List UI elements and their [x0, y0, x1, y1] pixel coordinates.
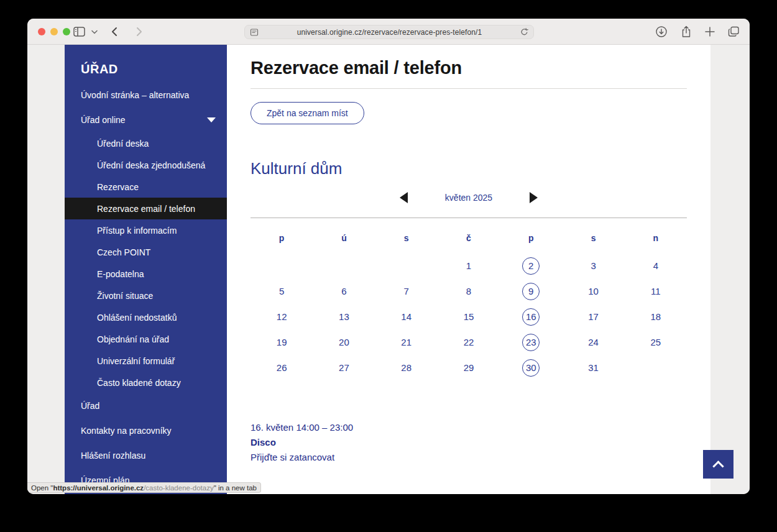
- calendar-table: púsčpsn123456789101112131415161718192021…: [251, 223, 687, 380]
- page-content: ÚŘAD Úvodní stránka – alternativaÚřad on…: [27, 45, 750, 494]
- calendar-day-cell[interactable]: 29: [438, 355, 500, 380]
- calendar-day-cell[interactable]: 20: [313, 329, 375, 355]
- event-details: 16. květen 14:00 – 23:00 Disco Přijďte s…: [251, 420, 687, 465]
- calendar-day-cell[interactable]: 31: [562, 355, 624, 380]
- calendar-day-cell[interactable]: 4: [625, 253, 687, 278]
- calendar-day-header: s: [562, 223, 624, 253]
- sidebar-item[interactable]: Často kladené dotazy: [65, 372, 227, 393]
- calendar-day-cell[interactable]: 1: [438, 253, 500, 278]
- calendar-day-cell[interactable]: 10: [562, 278, 624, 304]
- sidebar-item-label: Úřad: [81, 401, 99, 411]
- sidebar-item[interactable]: Úřední deska zjednodušená: [65, 154, 227, 176]
- calendar-day-circled[interactable]: 16: [522, 308, 540, 326]
- calendar-day-cell[interactable]: 30: [500, 355, 562, 380]
- url-bar[interactable]: universal.origine.cz/rezervace/rezervace…: [244, 25, 534, 39]
- tab-overview-icon[interactable]: [728, 26, 740, 37]
- sidebar-item-label: Často kladené dotazy: [97, 378, 181, 388]
- calendar-day-cell[interactable]: 27: [313, 355, 375, 380]
- close-button[interactable]: [38, 28, 45, 35]
- browser-toolbar: universal.origine.cz/rezervace/rezervace…: [27, 19, 750, 45]
- sidebar-item[interactable]: Hlášení rozhlasu: [65, 443, 227, 468]
- calendar-day-circled[interactable]: 30: [522, 359, 540, 377]
- calendar-day-cell[interactable]: 16: [500, 304, 562, 329]
- calendar-day-cell[interactable]: 17: [562, 304, 624, 329]
- sidebar: ÚŘAD Úvodní stránka – alternativaÚřad on…: [65, 45, 227, 494]
- calendar-day-cell[interactable]: 26: [251, 355, 313, 380]
- sidebar-item[interactable]: Rezervace: [65, 176, 227, 198]
- status-path: /casto-kladene-dotazy: [144, 484, 214, 492]
- sidebar-item[interactable]: Rezervace email / telefon: [65, 198, 227, 219]
- share-icon[interactable]: [681, 25, 692, 38]
- calendar-day-circled[interactable]: 9: [522, 283, 540, 300]
- calendar-day-cell[interactable]: 24: [562, 329, 624, 355]
- calendar-day-cell[interactable]: 6: [313, 278, 375, 304]
- sidebar-toggle-icon[interactable]: [73, 27, 85, 37]
- sidebar-item-label: Czech POINT: [97, 247, 150, 257]
- venue-heading: Kulturní dům: [251, 159, 687, 178]
- title-divider: [251, 88, 687, 89]
- previous-month-icon[interactable]: [400, 192, 408, 203]
- sidebar-item-label: Přístup k informacím: [97, 226, 177, 236]
- zoom-button[interactable]: [63, 28, 70, 35]
- calendar-day-header: n: [625, 223, 687, 253]
- sidebar-chevron-down-icon[interactable]: [91, 30, 98, 34]
- calendar-day-cell[interactable]: 19: [251, 329, 313, 355]
- calendar-day-cell[interactable]: 14: [375, 304, 438, 329]
- calendar-day-cell[interactable]: 21: [375, 329, 438, 355]
- downloads-icon[interactable]: [655, 25, 668, 38]
- calendar-day-cell[interactable]: 9: [500, 278, 562, 304]
- scroll-to-top-button[interactable]: [703, 450, 733, 479]
- next-month-icon[interactable]: [530, 192, 538, 203]
- calendar-day-cell[interactable]: 12: [251, 304, 313, 329]
- sidebar-item[interactable]: Czech POINT: [65, 241, 227, 263]
- sidebar-item[interactable]: Úřední deska: [65, 132, 227, 154]
- sidebar-item-label: Univerzální formulář: [97, 356, 175, 366]
- sidebar-item[interactable]: E-podatelna: [65, 263, 227, 285]
- reload-icon[interactable]: [520, 28, 528, 36]
- calendar-day-cell[interactable]: 22: [438, 329, 500, 355]
- event-description[interactable]: Přijďte si zatancovat: [251, 450, 687, 465]
- sidebar-item-label: Rezervace email / telefon: [97, 204, 195, 214]
- forward-button[interactable]: [132, 25, 145, 38]
- calendar-day-cell[interactable]: 7: [375, 278, 438, 304]
- calendar-day-cell[interactable]: 28: [375, 355, 438, 380]
- page-settings-icon[interactable]: [250, 28, 259, 37]
- sidebar-item[interactable]: Univerzální formulář: [65, 350, 227, 372]
- main-content: Rezervace email / telefon Zpět na seznam…: [227, 45, 710, 494]
- calendar-day-cell[interactable]: 23: [500, 329, 562, 355]
- status-prefix: Open ": [31, 484, 53, 492]
- calendar-day-header: p: [251, 223, 313, 253]
- calendar-day-cell[interactable]: 18: [625, 304, 687, 329]
- sidebar-item[interactable]: Přístup k informacím: [65, 219, 227, 241]
- sidebar-item[interactable]: Kontakty na pracovníky: [65, 418, 227, 443]
- sidebar-item[interactable]: Životní situace: [65, 285, 227, 306]
- chevron-down-icon: [207, 117, 216, 122]
- back-button[interactable]: [109, 25, 121, 38]
- new-tab-icon[interactable]: [705, 27, 715, 37]
- sidebar-item[interactable]: Objednání na úřad: [65, 328, 227, 350]
- back-to-list-button[interactable]: Zpět na seznam míst: [251, 102, 364, 124]
- traffic-lights: [38, 28, 70, 35]
- calendar-day-cell[interactable]: 5: [251, 278, 313, 304]
- calendar-day-cell[interactable]: 13: [313, 304, 375, 329]
- calendar-empty-cell: [251, 253, 313, 278]
- calendar-day-cell[interactable]: 25: [625, 329, 687, 355]
- calendar-day-circled[interactable]: 23: [522, 334, 540, 351]
- sidebar-item[interactable]: Úřad: [65, 393, 227, 418]
- calendar-divider: [251, 218, 687, 218]
- calendar-day-cell[interactable]: 3: [562, 253, 624, 278]
- calendar-day-cell[interactable]: 8: [438, 278, 500, 304]
- calendar-day-cell[interactable]: 11: [625, 278, 687, 304]
- url-text: universal.origine.cz/rezervace/rezervace…: [259, 28, 520, 37]
- calendar-day-cell[interactable]: 15: [438, 304, 500, 329]
- calendar-day-cell[interactable]: 2: [500, 253, 562, 278]
- calendar-day-circled[interactable]: 2: [522, 257, 540, 275]
- sidebar-item-label: Úřední deska zjednodušená: [97, 160, 205, 170]
- calendar-empty-cell: [625, 355, 687, 380]
- sidebar-item[interactable]: Úvodní stránka – alternativa: [65, 83, 227, 108]
- minimize-button[interactable]: [50, 28, 58, 35]
- event-datetime: 16. květen 14:00 – 23:00: [251, 420, 687, 435]
- sidebar-item-label: Úvodní stránka – alternativa: [81, 90, 189, 100]
- sidebar-item[interactable]: Ohlášení nedostatků: [65, 306, 227, 328]
- sidebar-item[interactable]: Úřad online: [65, 108, 227, 132]
